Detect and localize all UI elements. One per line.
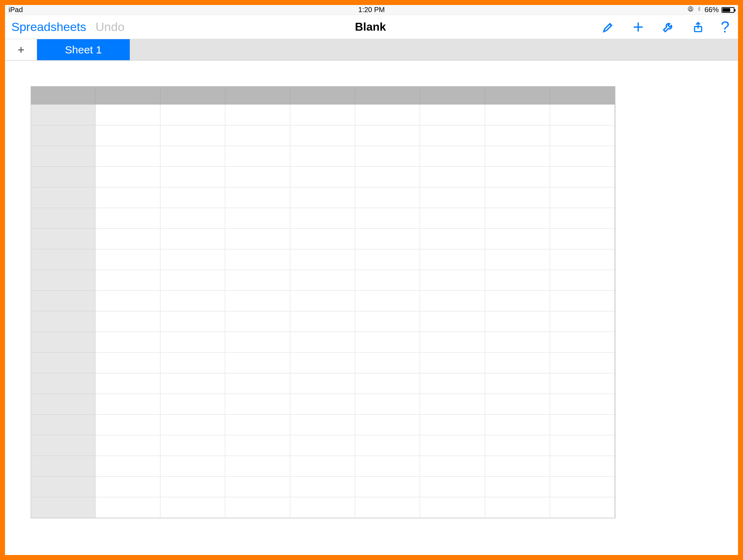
- cell[interactable]: [225, 187, 290, 208]
- cell[interactable]: [355, 332, 420, 352]
- cell[interactable]: [420, 208, 485, 228]
- cell[interactable]: [420, 290, 485, 311]
- cell[interactable]: [225, 270, 290, 290]
- cell[interactable]: [485, 104, 550, 125]
- row-header[interactable]: [31, 146, 95, 166]
- row-header[interactable]: [31, 332, 95, 352]
- cell[interactable]: [355, 311, 420, 332]
- cell[interactable]: [290, 497, 355, 518]
- cell[interactable]: [550, 497, 615, 518]
- cell[interactable]: [290, 104, 355, 125]
- cell[interactable]: [420, 414, 485, 435]
- cell[interactable]: [420, 456, 485, 476]
- cell[interactable]: [290, 208, 355, 228]
- cell[interactable]: [225, 311, 290, 332]
- document-title[interactable]: Blank: [355, 20, 386, 33]
- add-icon[interactable]: [631, 20, 645, 34]
- cell[interactable]: [355, 414, 420, 435]
- cell[interactable]: [95, 435, 160, 456]
- cell[interactable]: [355, 187, 420, 208]
- cell[interactable]: [225, 373, 290, 394]
- row-header[interactable]: [31, 187, 95, 208]
- cell[interactable]: [160, 125, 225, 146]
- cell[interactable]: [355, 476, 420, 497]
- help-icon[interactable]: ?: [721, 19, 729, 35]
- cell[interactable]: [355, 352, 420, 373]
- cell[interactable]: [290, 414, 355, 435]
- cell[interactable]: [160, 497, 225, 518]
- cell[interactable]: [160, 476, 225, 497]
- cell[interactable]: [355, 228, 420, 249]
- cell[interactable]: [160, 228, 225, 249]
- row-header[interactable]: [31, 125, 95, 146]
- cell[interactable]: [485, 311, 550, 332]
- cell[interactable]: [550, 311, 615, 332]
- cell[interactable]: [355, 270, 420, 290]
- cell[interactable]: [225, 228, 290, 249]
- cell[interactable]: [225, 456, 290, 476]
- row-header[interactable]: [31, 476, 95, 497]
- cell[interactable]: [485, 166, 550, 187]
- row-header[interactable]: [31, 456, 95, 476]
- cell[interactable]: [160, 270, 225, 290]
- cell[interactable]: [420, 497, 485, 518]
- cell[interactable]: [160, 104, 225, 125]
- cell[interactable]: [290, 476, 355, 497]
- row-header[interactable]: [31, 290, 95, 311]
- cell[interactable]: [485, 476, 550, 497]
- cell[interactable]: [160, 290, 225, 311]
- cell[interactable]: [290, 456, 355, 476]
- cell[interactable]: [95, 497, 160, 518]
- cell[interactable]: [95, 476, 160, 497]
- cell[interactable]: [420, 125, 485, 146]
- cell[interactable]: [355, 208, 420, 228]
- cell[interactable]: [550, 290, 615, 311]
- cell[interactable]: [95, 125, 160, 146]
- cell[interactable]: [290, 373, 355, 394]
- cell[interactable]: [290, 311, 355, 332]
- cell[interactable]: [420, 270, 485, 290]
- cell[interactable]: [290, 249, 355, 270]
- cell[interactable]: [225, 332, 290, 352]
- cell[interactable]: [420, 187, 485, 208]
- cell[interactable]: [420, 394, 485, 414]
- cell[interactable]: [95, 146, 160, 166]
- cell[interactable]: [550, 332, 615, 352]
- cell[interactable]: [485, 497, 550, 518]
- cell[interactable]: [550, 249, 615, 270]
- cell[interactable]: [225, 476, 290, 497]
- column-header[interactable]: [290, 87, 355, 104]
- cell[interactable]: [485, 435, 550, 456]
- cell[interactable]: [420, 435, 485, 456]
- cell[interactable]: [485, 394, 550, 414]
- cell[interactable]: [550, 394, 615, 414]
- row-header[interactable]: [31, 270, 95, 290]
- cell[interactable]: [355, 146, 420, 166]
- sheet-tab-active[interactable]: Sheet 1: [37, 39, 130, 60]
- cell[interactable]: [225, 497, 290, 518]
- format-brush-icon[interactable]: [601, 20, 615, 34]
- cell[interactable]: [95, 208, 160, 228]
- cell[interactable]: [550, 476, 615, 497]
- cell[interactable]: [95, 270, 160, 290]
- cell[interactable]: [355, 104, 420, 125]
- cell[interactable]: [355, 290, 420, 311]
- column-header[interactable]: [225, 87, 290, 104]
- cell[interactable]: [290, 394, 355, 414]
- cell[interactable]: [355, 497, 420, 518]
- cell[interactable]: [550, 228, 615, 249]
- cell[interactable]: [95, 311, 160, 332]
- cell[interactable]: [225, 290, 290, 311]
- column-header[interactable]: [160, 87, 225, 104]
- cell[interactable]: [420, 249, 485, 270]
- row-header[interactable]: [31, 166, 95, 187]
- cell[interactable]: [355, 125, 420, 146]
- cell[interactable]: [550, 208, 615, 228]
- cell[interactable]: [550, 104, 615, 125]
- cell[interactable]: [550, 146, 615, 166]
- cell[interactable]: [95, 414, 160, 435]
- cell[interactable]: [485, 414, 550, 435]
- cell[interactable]: [160, 435, 225, 456]
- cell[interactable]: [160, 146, 225, 166]
- cell[interactable]: [355, 456, 420, 476]
